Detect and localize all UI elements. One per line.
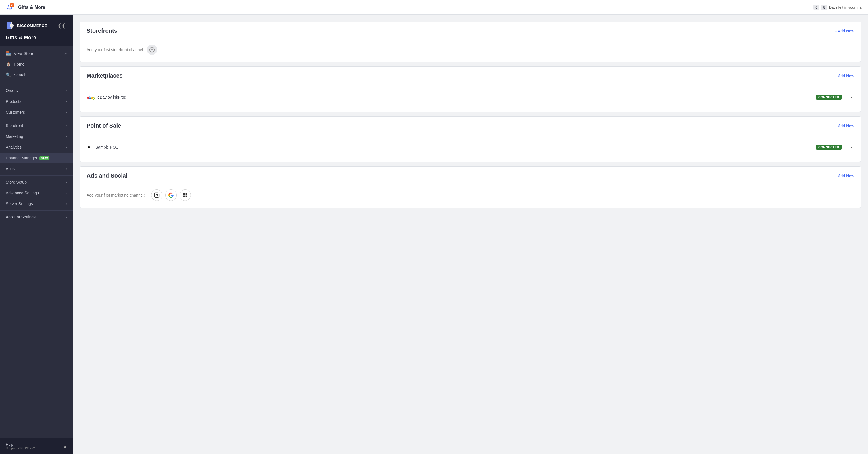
chevron-right-icon: › [66,167,67,171]
storefronts-header: Storefronts + Add New [80,22,861,40]
sidebar-item-storefront[interactable]: Storefront › [0,120,73,131]
sidebar-item-account-settings[interactable]: Account Settings › [0,212,73,222]
chevron-right-icon: › [66,100,67,103]
sidebar-view-store-label: View Store [14,51,33,56]
channel-manager-label: Channel Manager [6,156,37,160]
instagram-icon[interactable] [151,189,162,201]
chevron-right-icon: › [66,191,67,194]
ebay-connected-badge: CONNECTED [816,95,842,100]
sidebar-divider-1 [0,84,73,84]
svg-rect-6 [183,193,185,195]
chevron-right-icon: › [66,202,67,205]
trial-badge: 0 8 Days left in your trial. [813,4,864,10]
pos-more-button[interactable]: ⋯ [845,144,854,151]
account-settings-label: Account Settings [6,215,35,219]
sidebar-item-apps[interactable]: Apps › [0,163,73,174]
server-settings-label: Server Settings [6,202,33,206]
storefront-channel-icon[interactable] [147,44,157,55]
trial-zero: 0 [813,4,819,10]
sidebar-footer: Help Support PIN: 124952 ▲ [0,438,73,454]
marketing-label: Marketing [6,134,23,139]
storefronts-hint-text: Add your first storefront channel: [87,48,144,52]
sidebar-help-section: Help Support PIN: 124952 [6,442,35,450]
storefronts-section: Storefronts + Add New Add your first sto… [80,22,861,62]
sidebar-divider-2 [0,119,73,119]
sidebar-item-analytics[interactable]: Analytics › [0,142,73,153]
point-of-sale-section: Point of Sale + Add New ✦ Sample POS CON… [80,117,861,162]
sidebar-store-name: Gifts & More [6,35,67,41]
help-label: Help [6,442,35,447]
support-pin: Support PIN: 124952 [6,447,35,450]
ads-social-hint-text: Add your first marketing channel: [87,193,145,198]
notification-badge: 2 [10,3,14,7]
marketplaces-header: Marketplaces + Add New [80,67,861,85]
sidebar-brand: BIGCOMMERCE ❮❮ [6,21,67,31]
svg-rect-3 [154,193,159,198]
ads-social-header: Ads and Social + Add New [80,167,861,185]
products-label: Products [6,99,21,104]
svg-rect-9 [185,196,187,198]
sidebar-header: BIGCOMMERCE ❮❮ Gifts & More [0,15,73,46]
ads-social-add-new-button[interactable]: + Add New [835,174,854,178]
main-content: Storefronts + Add New Add your first sto… [73,15,868,454]
store-icon: 🏪 [6,51,11,56]
chevron-right-icon: › [66,146,67,149]
sidebar-item-customers[interactable]: Customers › [0,107,73,118]
social-icons-group [151,189,191,201]
sidebar-search-label: Search [14,73,26,77]
pos-header: Point of Sale + Add New [80,117,861,135]
chevron-right-icon: › [66,180,67,184]
google-icon[interactable] [165,189,177,201]
sidebar-divider-3 [0,175,73,176]
pos-add-new-button[interactable]: + Add New [835,124,854,128]
sidebar-divider-4 [0,210,73,211]
ebay-row: ebay eBay by inkFrog CONNECTED ⋯ [87,90,854,105]
store-setup-label: Store Setup [6,180,27,184]
sidebar-collapse-button[interactable]: ❮❮ [56,22,67,29]
svg-point-4 [156,194,158,196]
marketplaces-body: ebay eBay by inkFrog CONNECTED ⋯ [80,85,861,112]
shopping-feed-icon[interactable] [180,189,191,201]
pos-title: Point of Sale [87,122,121,129]
marketplaces-section: Marketplaces + Add New ebay eBay by inkF… [80,66,861,112]
sidebar-item-advanced-settings[interactable]: Advanced Settings › [0,187,73,198]
storefronts-title: Storefronts [87,28,117,34]
trial-days-label: Days left in your trial. [829,5,864,9]
new-badge: NEW [39,156,50,160]
pos-body: ✦ Sample POS CONNECTED ⋯ [80,135,861,162]
ebay-more-button[interactable]: ⋯ [845,93,854,101]
sidebar-item-view-store[interactable]: 🏪 View Store ↗ [0,48,73,59]
notification-bell[interactable]: 2 [4,2,15,12]
topbar-store-name: Gifts & More [18,5,45,10]
external-link-icon: ↗ [64,52,67,55]
sidebar-item-marketing[interactable]: Marketing › [0,131,73,142]
pos-icon: ✦ [87,144,91,151]
marketplaces-add-new-button[interactable]: + Add New [835,73,854,78]
analytics-label: Analytics [6,145,22,149]
storefronts-body: Add your first storefront channel: [80,40,861,62]
sidebar-item-search[interactable]: 🔍 Search [0,70,73,81]
chevron-right-icon: › [66,124,67,127]
sidebar-item-home[interactable]: 🏠 Home [0,59,73,70]
ads-social-section: Ads and Social + Add New Add your first … [80,167,861,208]
chevron-right-icon: › [66,111,67,114]
sidebar-item-server-settings[interactable]: Server Settings › [0,198,73,209]
sidebar-item-channel-manager[interactable]: Channel Manager NEW [0,153,73,163]
orders-label: Orders [6,88,18,93]
bigcommerce-logo: BIGCOMMERCE [6,21,47,31]
sidebar-item-products[interactable]: Products › [0,96,73,107]
marketplaces-title: Marketplaces [87,72,123,79]
sidebar-item-orders[interactable]: Orders › [0,85,73,96]
chevron-up-icon: ▲ [63,444,67,449]
home-icon: 🏠 [6,62,11,67]
chevron-right-icon: › [66,135,67,138]
sidebar-item-store-setup[interactable]: Store Setup › [0,177,73,187]
ads-social-body: Add your first marketing channel: [80,185,861,208]
sidebar: BIGCOMMERCE ❮❮ Gifts & More 🏪 View Store… [0,15,73,454]
sample-pos-name: Sample POS [95,145,119,149]
ebay-channel-name: eBay by inkFrog [97,95,126,99]
svg-rect-8 [183,196,185,198]
apps-label: Apps [6,167,15,171]
layout: BIGCOMMERCE ❮❮ Gifts & More 🏪 View Store… [0,15,868,454]
storefronts-add-new-button[interactable]: + Add New [835,29,854,33]
